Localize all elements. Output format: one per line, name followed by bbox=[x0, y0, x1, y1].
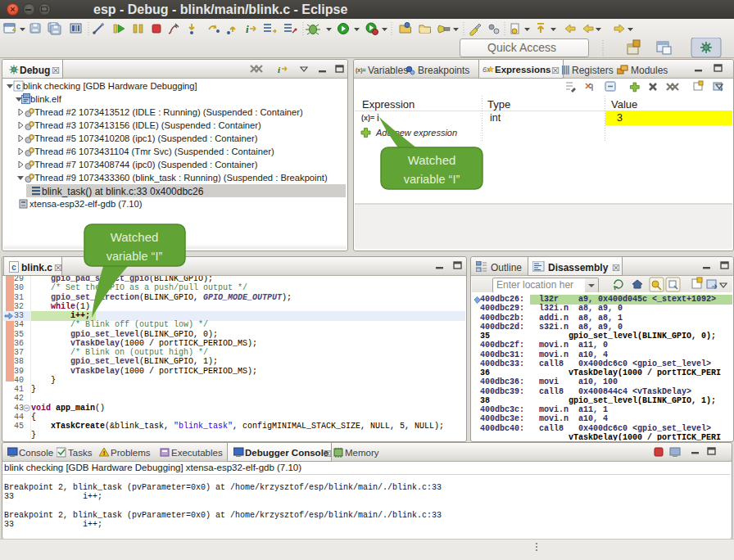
svg-text:Watched: Watched bbox=[408, 153, 456, 167]
svg-text:Watched: Watched bbox=[111, 230, 159, 244]
svg-text:variable “I”: variable “I” bbox=[106, 250, 163, 263]
svg-text:variable “I”: variable “I” bbox=[404, 173, 460, 186]
